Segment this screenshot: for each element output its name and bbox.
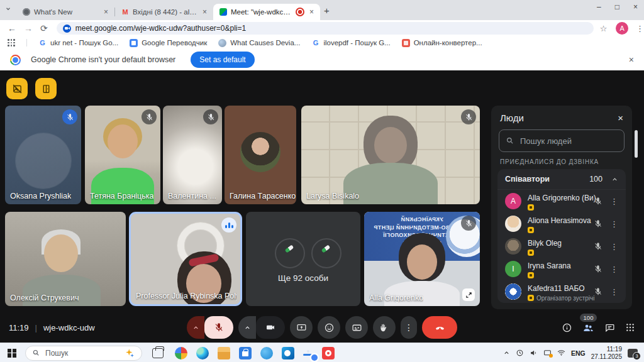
video-tile[interactable]: Larysa Bisikalo	[301, 106, 480, 204]
tray-wifi-icon[interactable]	[557, 349, 565, 357]
tab-meet-active[interactable]: Meet: "wje-wdkc-udw" ×	[213, 4, 320, 20]
meet-alert-image-off-icon[interactable]	[6, 78, 28, 99]
camera-toggle-button[interactable]	[256, 316, 285, 339]
mic-mute-button[interactable]	[204, 316, 233, 339]
video-tile[interactable]: Галина Тарасенко	[225, 106, 296, 204]
mic-muted-icon	[461, 109, 476, 124]
tab-gmail-inbox[interactable]: M Вхідні (8 442) - alenkij2812@g… ×	[115, 4, 213, 20]
language-indicator[interactable]: ENG	[571, 349, 586, 357]
taskbar-app-edge[interactable]	[196, 347, 209, 359]
panel-scrollbar[interactable]	[635, 130, 638, 158]
present-button[interactable]	[290, 316, 313, 339]
captions-button[interactable]	[345, 316, 368, 339]
apps-grid-icon[interactable]	[8, 39, 15, 47]
close-tab-icon[interactable]: ×	[201, 8, 208, 16]
contributors-header[interactable]: Співавтори 100	[497, 169, 626, 190]
participant-row[interactable]: Kafedra11 ВАБО Організатор зустрічі ⋮	[497, 280, 626, 303]
mic-muted-icon[interactable]	[594, 242, 602, 251]
maximize-button[interactable]: □	[615, 3, 619, 11]
notification-center-icon[interactable]: 3	[628, 349, 638, 358]
tray-volume-icon[interactable]	[530, 349, 538, 357]
browser-menu-icon[interactable]: ⋮	[636, 24, 644, 33]
participant-row[interactable]: Aliona Herasimova ⋮	[497, 212, 626, 235]
raise-hand-button[interactable]	[373, 316, 396, 339]
bookmark-item[interactable]: Онлайн-конвертер...	[402, 39, 482, 47]
windows-taskbar: Пошук	[0, 343, 644, 362]
taskbar-app-outlook[interactable]	[282, 347, 294, 359]
video-tile-active-speaker[interactable]: Professor Julia Rybinska Polyg...	[129, 212, 242, 306]
close-tab-icon[interactable]: ×	[103, 8, 109, 16]
set-as-default-button[interactable]: Set as default	[191, 52, 254, 68]
taskbar-app-vivaldi[interactable]	[322, 347, 335, 359]
mic-muted-icon[interactable]	[594, 287, 602, 296]
avatar: I	[505, 261, 521, 277]
address-bar[interactable]: meet.google.com/wje-wdkc-udw?authuser=0&…	[57, 22, 594, 35]
task-view-button[interactable]	[152, 348, 164, 358]
meeting-info-icon[interactable]	[562, 322, 572, 333]
participant-row[interactable]: Bilyk Oleg ⋮	[497, 235, 626, 258]
close-infobar-icon[interactable]: ×	[629, 55, 634, 65]
taskbar-clock[interactable]: 11:19 27.11.2025	[591, 346, 622, 360]
participant-menu-icon[interactable]: ⋮	[610, 219, 618, 229]
tab-whats-new[interactable]: What's New ×	[16, 4, 114, 20]
minimize-button[interactable]: –	[597, 3, 601, 11]
emblem-icon	[528, 227, 534, 233]
bookmark-star-icon[interactable]: ☆	[600, 24, 608, 33]
expand-self-view-icon[interactable]	[462, 288, 475, 301]
taskbar-search-input[interactable]: Пошук	[25, 346, 142, 361]
activities-grid-icon[interactable]	[625, 322, 635, 332]
close-tab-icon[interactable]: ×	[308, 8, 315, 16]
chevron-down-icon[interactable]	[5, 6, 11, 12]
bookmark-label: ukr net - Пошук Go...	[50, 39, 118, 47]
participant-menu-icon[interactable]: ⋮	[610, 242, 618, 251]
close-window-button[interactable]: ×	[633, 3, 638, 11]
video-tile[interactable]: Тетяна Браніцька	[85, 106, 160, 204]
overflow-tile[interactable]: Ще 92 особи	[246, 212, 360, 306]
participant-menu-icon[interactable]: ⋮	[610, 287, 618, 297]
reactions-button[interactable]	[318, 316, 340, 339]
participant-name: Professor Julia Rybinska Polyg...	[136, 292, 236, 300]
start-button[interactable]	[8, 349, 16, 358]
new-tab-button[interactable]: +	[324, 5, 330, 16]
chat-button[interactable]	[604, 322, 615, 333]
search-people-input[interactable]: Пошук людей	[499, 129, 625, 152]
mic-muted-icon[interactable]	[594, 219, 602, 228]
tray-display-icon[interactable]	[543, 349, 552, 357]
taskbar-app-store[interactable]	[239, 347, 252, 359]
video-tile[interactable]: Oksana Pryshliak	[5, 106, 81, 204]
taskbar-app-explorer[interactable]	[218, 347, 230, 359]
mic-muted-icon[interactable]	[594, 265, 602, 273]
profile-avatar[interactable]: A	[616, 22, 628, 35]
taskbar-app-photos[interactable]	[175, 347, 187, 359]
participant-row[interactable]: I Iryna Sarana ⋮	[497, 258, 626, 280]
chevron-up-icon[interactable]	[611, 176, 618, 183]
avatar	[311, 238, 341, 268]
mic-muted-icon	[203, 109, 218, 124]
bookmark-item[interactable]: Google Переводчик	[130, 39, 207, 47]
video-tile[interactable]: Олексій Струкевич	[5, 212, 126, 306]
camera-options-chevron-icon[interactable]	[238, 316, 256, 339]
end-call-button[interactable]	[422, 316, 457, 339]
participant-menu-icon[interactable]: ⋮	[610, 197, 618, 206]
bookmark-item[interactable]: G ukr net - Пошук Go...	[38, 39, 118, 47]
video-tile[interactable]: Валентина ...	[163, 106, 222, 204]
tray-chevron-icon[interactable]	[503, 349, 510, 356]
mic-options-chevron-icon[interactable]	[187, 316, 204, 339]
taskbar-app-browser[interactable]	[260, 347, 273, 359]
forward-button[interactable]: →	[24, 23, 33, 33]
bookmark-item[interactable]: What Causes Devia...	[218, 39, 300, 47]
taskbar-app-chrome-active[interactable]	[303, 350, 313, 356]
reload-button[interactable]: ⟳	[40, 23, 48, 33]
more-options-button[interactable]: ⋮	[401, 316, 417, 339]
tray-update-icon[interactable]	[516, 349, 524, 357]
close-panel-icon[interactable]: ×	[618, 112, 623, 123]
bookmark-label: ilovepdf - Пошук G...	[323, 39, 390, 47]
participant-row[interactable]: A Alla Grigorenko (Ви) ⋮	[497, 190, 626, 212]
self-video-tile[interactable]: УКРАЇНСЬКИЙ НАУКОВО-МЕТОДИЧНИЙ ЦЕНТР ПРА…	[364, 212, 480, 306]
meet-alert-room-icon[interactable]	[35, 78, 57, 99]
bookmark-item[interactable]: G ilovepdf - Пошук G...	[311, 39, 390, 47]
participant-menu-icon[interactable]: ⋮	[610, 265, 618, 274]
mic-muted-icon[interactable]	[594, 197, 602, 206]
back-button[interactable]: ←	[8, 23, 16, 33]
people-button[interactable]: 100	[582, 322, 594, 334]
